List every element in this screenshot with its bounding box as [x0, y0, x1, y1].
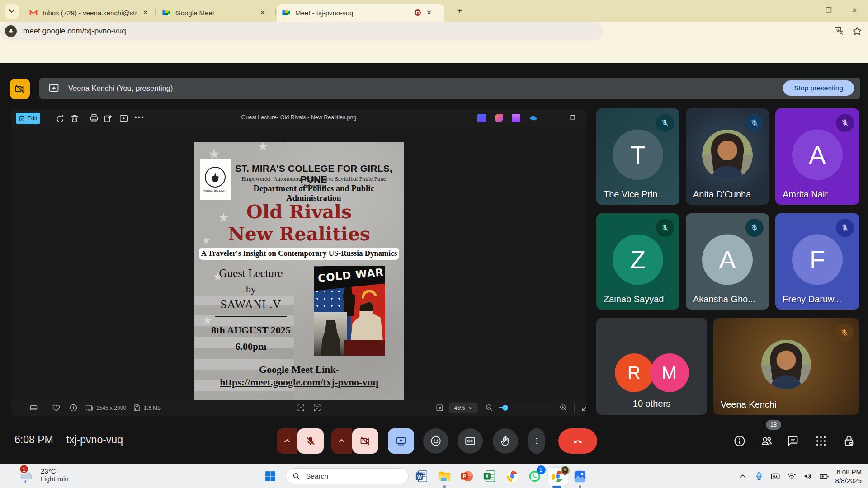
address-bar[interactable]: meet.google.com/txj-pvno-vuq G	[0, 22, 603, 41]
photos-minimize-button[interactable]: —	[548, 113, 560, 123]
mic-off-icon	[840, 223, 849, 232]
chat-button[interactable]	[787, 435, 799, 447]
participant-name: The Vice Prin...	[604, 189, 665, 200]
participant-name: Amrita Nair	[783, 189, 828, 200]
zoom-slider-handle[interactable]	[502, 405, 508, 411]
people-button[interactable]	[760, 435, 773, 447]
tab-meet-active[interactable]: Meet - txj-pvno-vuq ✕	[277, 4, 444, 22]
tab-search-button[interactable]	[5, 4, 19, 19]
info-icon[interactable]	[69, 404, 78, 412]
tab-close-icon[interactable]: ✕	[259, 9, 266, 16]
start-button[interactable]	[261, 467, 279, 485]
translate-icon[interactable]: G	[834, 26, 844, 37]
rotate-icon[interactable]	[55, 113, 65, 123]
taskbar-chrome[interactable]	[503, 467, 521, 485]
taskbar-file-explorer[interactable]	[435, 467, 453, 485]
meet-icon	[282, 8, 291, 17]
edit-label: Edit	[28, 115, 38, 122]
present-screen-icon	[396, 436, 406, 446]
tab-divider	[275, 8, 276, 15]
tab-close-icon[interactable]: ✕	[425, 9, 433, 16]
zoom-out-icon[interactable]	[485, 404, 494, 412]
taskbar-search[interactable]: Search	[286, 468, 409, 484]
camera-off-button[interactable]	[352, 428, 378, 454]
taskbar-powerpoint[interactable]: P	[458, 467, 476, 485]
mic-mute-button[interactable]	[297, 428, 324, 454]
designer-icon[interactable]	[495, 114, 503, 122]
avatar	[761, 340, 811, 389]
taskbar-word[interactable]: W	[413, 467, 431, 485]
fullscreen-icon[interactable]	[581, 404, 586, 412]
participant-tile[interactable]: F Freny Daruw...	[775, 213, 859, 310]
weather-widget[interactable]: 1 23°C Light rain	[18, 466, 69, 484]
clipchamp-icon[interactable]	[512, 114, 520, 122]
stop-presenting-button[interactable]: Stop presenting	[783, 80, 854, 96]
taskbar-whatsapp[interactable]: 2	[526, 467, 544, 485]
host-controls-button[interactable]	[843, 435, 855, 447]
participant-tile[interactable]: A Amrita Nair	[775, 108, 859, 205]
tray-volume-icon[interactable]	[803, 471, 813, 481]
photos-app-icon	[573, 469, 587, 483]
actual-size-icon[interactable]	[435, 404, 444, 412]
end-call-button[interactable]	[558, 428, 597, 454]
slideshow-icon[interactable]	[119, 113, 129, 123]
chrome-icon	[505, 469, 519, 483]
tab-label: Meet - txj-pvno-vuq	[295, 9, 411, 17]
favorite-heart-icon[interactable]	[52, 404, 61, 412]
new-tab-button[interactable]: +	[455, 6, 464, 15]
mic-off-icon	[750, 223, 759, 232]
window-restore-button[interactable]: ❐	[823, 5, 835, 16]
others-tile[interactable]: R M 10 others	[596, 318, 707, 415]
tray-date: 8/8/2025	[835, 476, 862, 485]
zoom-in-icon[interactable]	[559, 404, 568, 412]
tab-google-meet[interactable]: Google Meet ✕	[157, 4, 274, 22]
edit-icon	[19, 116, 25, 122]
site-mic-permission-icon[interactable]	[5, 25, 17, 37]
fit-screen-icon[interactable]	[297, 404, 305, 412]
taskbar-chrome-active[interactable]	[547, 467, 568, 485]
zoom-level-select[interactable]: 45%	[449, 403, 478, 413]
tab-gmail[interactable]: Inbox (729) - veena.kenchi@stm ✕	[24, 4, 154, 22]
self-tile[interactable]: Veena Kenchi	[713, 318, 859, 415]
tray-battery-icon[interactable]	[819, 471, 829, 481]
taskbar-clock[interactable]: 6:08 PM 8/8/2025	[835, 468, 862, 485]
poster-date: 8th AUGUST 2025	[199, 324, 303, 336]
taskbar-excel[interactable]: X	[481, 467, 499, 485]
delete-icon[interactable]	[70, 113, 80, 123]
meeting-details-button[interactable]	[733, 435, 746, 447]
tab-close-icon[interactable]: ✕	[142, 9, 149, 16]
raise-hand-button[interactable]	[493, 428, 518, 454]
window-minimize-button[interactable]: —	[798, 5, 810, 16]
tray-chevron-icon[interactable]	[738, 471, 748, 481]
window-close-button[interactable]: ✕	[849, 5, 860, 16]
photos-close-button[interactable]: ✕	[585, 113, 586, 123]
onedrive-icon[interactable]	[529, 114, 538, 122]
more-options-button[interactable]	[528, 428, 545, 454]
more-options-icon[interactable]: •••	[134, 113, 144, 123]
captions-button[interactable]	[458, 428, 483, 454]
filmstrip-icon[interactable]	[29, 404, 38, 412]
taskbar-photos[interactable]	[571, 467, 589, 485]
bookmark-star-icon[interactable]	[852, 26, 863, 37]
tray-mic-icon[interactable]	[754, 471, 764, 481]
bookmarks-bar: references All Bookmarks	[0, 48, 868, 63]
participant-tile[interactable]: T The Vice Prin...	[596, 108, 679, 205]
camera-options-button[interactable]	[331, 428, 352, 454]
tray-wifi-icon[interactable]	[787, 471, 797, 481]
photos-gallery-icon[interactable]	[477, 114, 486, 122]
participant-tile[interactable]: A Akansha Gho...	[686, 213, 769, 310]
tray-keyboard-icon[interactable]	[770, 471, 780, 481]
photos-restore-button[interactable]: ❐	[566, 113, 578, 123]
print-icon[interactable]	[89, 113, 99, 123]
reactions-button[interactable]	[423, 428, 448, 454]
present-button[interactable]	[388, 428, 414, 454]
participant-tile[interactable]: Z Zainab Sayyad	[596, 213, 679, 310]
edit-button[interactable]: Edit	[16, 113, 40, 124]
mic-options-button[interactable]	[277, 428, 297, 454]
mic-off-icon	[840, 118, 849, 127]
captions-icon	[464, 435, 476, 447]
activities-button[interactable]	[815, 435, 827, 447]
text-actions-icon[interactable]	[313, 404, 321, 412]
share-icon[interactable]	[103, 113, 113, 123]
participant-tile[interactable]: Anita D'Cunha	[686, 108, 769, 205]
